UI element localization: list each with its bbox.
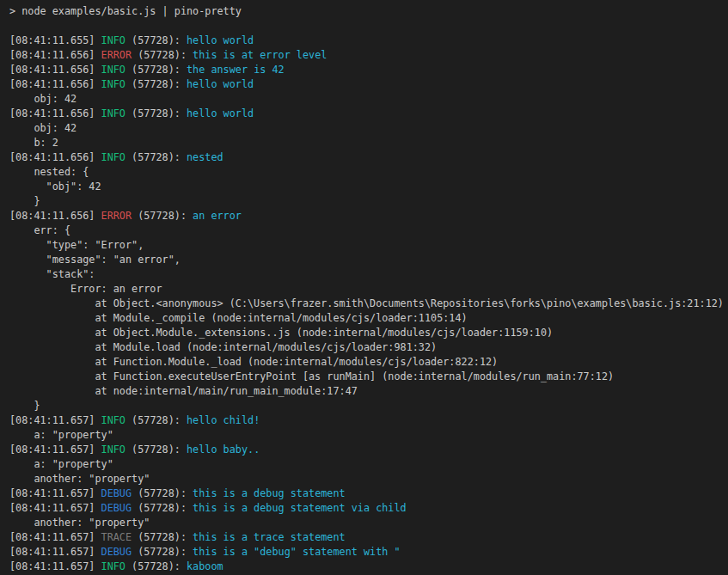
log-pid: (57728): (125, 78, 187, 90)
log-message: this is a "debug" statement with " (193, 546, 400, 558)
log-timestamp: [08:41:11.656] (9, 64, 101, 76)
log-detail-text: obj: 42 (9, 122, 76, 134)
log-detail-line: at Module.load (node:internal/modules/cj… (9, 340, 728, 355)
log-detail-line: obj: 42 (9, 121, 728, 136)
log-message: nested (187, 151, 223, 163)
log-timestamp: [08:41:11.657] (9, 443, 101, 456)
log-pid: (57728): (132, 502, 193, 514)
log-detail-line: Error: an error (9, 282, 728, 297)
log-pid: (57728): (125, 151, 187, 163)
log-pid: (57728): (132, 210, 193, 222)
log-detail-line: at node:internal/main/run_main_module:17… (9, 384, 728, 399)
log-detail-line: b: 2 (9, 136, 728, 150)
log-message: hello baby.. (187, 443, 260, 456)
log-detail-text: nested: { (9, 166, 89, 178)
log-detail-line: "message": "an error", (9, 253, 728, 267)
log-line: [08:41:11.656] ERROR (57728): this is at… (9, 48, 728, 63)
log-detail-text: at Module.load (node:internal/modules/cj… (9, 341, 437, 353)
log-detail-text: at Function.executeUserEntryPoint [as ru… (9, 370, 614, 382)
log-line: [08:41:11.656] INFO (57728): the answer … (9, 63, 728, 77)
log-pid: (57728): (132, 531, 193, 543)
log-line: [08:41:11.655] INFO (57728): hello world (9, 34, 728, 48)
log-line: [08:41:11.657] DEBUG (57728): this is a … (9, 486, 728, 501)
log-timestamp: [08:41:11.657] (9, 502, 101, 514)
log-detail-line: at Module._compile (node:internal/module… (9, 311, 728, 326)
log-detail-text: "message": "an error", (9, 254, 180, 266)
log-detail-line: "type": "Error", (9, 238, 728, 253)
command-text: node examples/basic.js | pino-pretty (21, 5, 242, 17)
shell-prompt: > (9, 5, 21, 17)
log-detail-text: b: 2 (9, 137, 58, 149)
log-detail-text: a: "property" (9, 429, 113, 441)
log-level: INFO (101, 443, 125, 456)
log-detail-line: a: "property" (9, 457, 728, 472)
log-timestamp: [08:41:11.657] (9, 531, 101, 543)
log-detail-text: "obj": 42 (9, 180, 101, 193)
log-detail-text: err: { (9, 224, 70, 236)
log-detail-text: at node:internal/main/run_main_module:17… (9, 385, 358, 397)
log-timestamp: [08:41:11.656] (9, 151, 101, 163)
log-detail-line: at Function.executeUserEntryPoint [as ru… (9, 370, 728, 384)
log-detail-line: "obj": 42 (9, 180, 728, 194)
log-detail-text: } (9, 400, 40, 412)
terminal-output-area[interactable]: > node examples/basic.js | pino-pretty [… (0, 0, 728, 575)
log-line: [08:41:11.656] ERROR (57728): an error (9, 209, 728, 223)
log-detail-text: obj: 42 (9, 93, 76, 105)
log-message: the answer is 42 (187, 64, 284, 76)
log-level: TRACE (101, 531, 132, 543)
log-line: [08:41:11.657] INFO (57728): hello child… (9, 413, 728, 428)
log-level: DEBUG (101, 502, 132, 514)
log-detail-line: at Object.Module._extensions..js (node:i… (9, 326, 728, 340)
log-timestamp: [08:41:11.657] (9, 487, 101, 499)
log-detail-line: "stack": (9, 267, 728, 282)
log-detail-line: another: "property" (9, 472, 728, 486)
log-pid: (57728): (125, 107, 187, 119)
log-level: INFO (101, 78, 125, 90)
log-line: [08:41:11.657] INFO (57728): kaboom (9, 560, 728, 574)
log-detail-text: another: "property" (9, 517, 150, 529)
log-level: INFO (101, 151, 125, 163)
log-message: hello world (187, 34, 254, 46)
log-pid: (57728): (125, 34, 187, 46)
log-detail-text: at Object.<anonymous> (C:\Users\frazer.s… (9, 297, 724, 309)
log-pid: (57728): (125, 443, 187, 456)
log-detail-line: } (9, 399, 728, 413)
log-level: INFO (101, 64, 125, 76)
log-level: DEBUG (101, 487, 132, 499)
log-detail-text: } (9, 195, 40, 207)
log-message: this is a debug statement (193, 487, 346, 499)
log-level: INFO (101, 560, 125, 572)
log-line: [08:41:11.657] DEBUG (57728): this is a … (9, 545, 728, 560)
log-detail-text: at Object.Module._extensions..js (node:i… (9, 327, 553, 339)
log-message: an error (193, 210, 242, 222)
log-detail-line: a: "property" (9, 428, 728, 443)
log-line: [08:41:11.657] TRACE (57728): this is a … (9, 530, 728, 545)
log-detail-text: "type": "Error", (9, 239, 144, 251)
log-message: hello child! (187, 414, 260, 426)
log-message: hello world (187, 78, 254, 90)
log-timestamp: [08:41:11.656] (9, 210, 101, 222)
log-timestamp: [08:41:11.655] (9, 34, 101, 46)
log-message: kaboom (187, 560, 223, 572)
log-detail-line: nested: { (9, 165, 728, 180)
log-level: ERROR (101, 49, 132, 61)
log-level: INFO (101, 107, 125, 119)
log-timestamp: [08:41:11.656] (9, 49, 101, 61)
log-message: this is a trace statement (193, 531, 346, 543)
log-detail-line: err: { (9, 223, 728, 238)
log-line: [08:41:11.656] INFO (57728): hello world (9, 77, 728, 92)
log-timestamp: [08:41:11.657] (9, 560, 101, 572)
log-detail-text: Error: an error (9, 283, 162, 295)
log-detail-text: a: "property" (9, 458, 113, 470)
log-message: this is a debug statement via child (193, 502, 407, 514)
log-timestamp: [08:41:11.656] (9, 78, 101, 90)
log-detail-text: another: "property" (9, 473, 150, 485)
log-detail-line: obj: 42 (9, 92, 728, 107)
log-detail-line: } (9, 194, 728, 209)
log-detail-text: at Module._compile (node:internal/module… (9, 312, 468, 324)
log-detail-text: at Function.Module._load (node:internal/… (9, 356, 498, 368)
log-line: [08:41:11.656] INFO (57728): nested (9, 150, 728, 165)
log-pid: (57728): (132, 546, 193, 558)
log-detail-line: at Function.Module._load (node:internal/… (9, 355, 728, 370)
log-timestamp: [08:41:11.656] (9, 107, 101, 119)
